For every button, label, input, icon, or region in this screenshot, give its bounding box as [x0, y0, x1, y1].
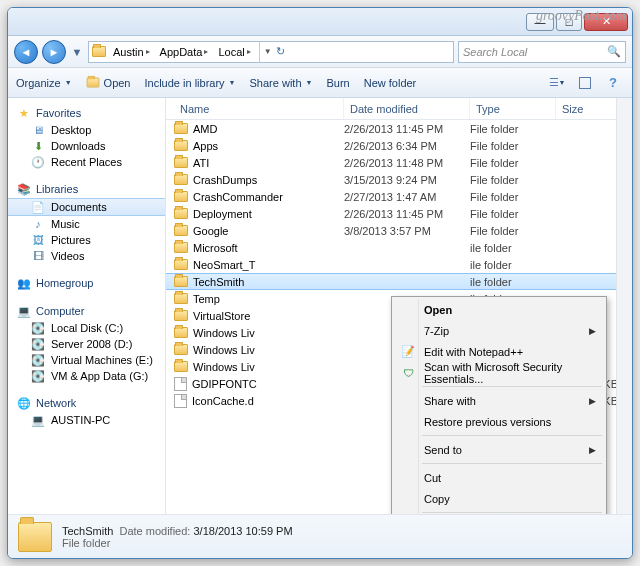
breadcrumb-appdata[interactable]: AppData▸: [156, 46, 213, 58]
folder-icon: [174, 140, 188, 151]
ctx-scan-security[interactable]: 🛡Scan with Microsoft Security Essentials…: [394, 362, 604, 383]
ctx-edit-notepad[interactable]: 📝Edit with Notepad++: [394, 341, 604, 362]
sidebar-item-austin-pc[interactable]: 💻AUSTIN-PC: [8, 412, 165, 428]
breadcrumb-austin[interactable]: Austin▸: [109, 46, 154, 58]
maximize-button[interactable]: □: [556, 13, 582, 31]
sidebar-item-downloads[interactable]: ⬇Downloads: [8, 138, 165, 154]
sidebar-item-music[interactable]: ♪Music: [8, 216, 165, 232]
sidebar-favorites[interactable]: ★Favorites: [8, 104, 165, 122]
file-type: File folder: [470, 208, 556, 220]
col-name[interactable]: Name: [174, 98, 344, 119]
file-name: ATI: [193, 157, 209, 169]
recent-icon: 🕐: [30, 155, 46, 169]
file-row[interactable]: Deployment2/26/2013 11:45 PMFile folder: [166, 205, 632, 222]
videos-icon: 🎞: [30, 249, 46, 263]
back-button[interactable]: ◄: [14, 40, 38, 64]
ctx-open[interactable]: Open: [394, 299, 604, 320]
star-icon: ★: [16, 106, 32, 120]
file-name: GDIPFONTC: [192, 378, 257, 390]
sidebar-item-recent[interactable]: 🕐Recent Places: [8, 154, 165, 170]
col-date[interactable]: Date modified: [344, 98, 470, 119]
file-icon: [174, 377, 187, 391]
ctx-share-with[interactable]: Share with▶: [394, 390, 604, 411]
submenu-arrow-icon: ▶: [589, 326, 596, 336]
view-options-button[interactable]: ☰ ▼: [546, 74, 568, 92]
sidebar-item-drive-e[interactable]: 💽Virtual Machines (E:): [8, 352, 165, 368]
file-name: CrashCommander: [193, 191, 283, 203]
sidebar-item-desktop[interactable]: 🖥Desktop: [8, 122, 165, 138]
preview-pane-button[interactable]: [574, 74, 596, 92]
file-row[interactable]: Google3/8/2013 3:57 PMFile folder: [166, 222, 632, 239]
file-row[interactable]: CrashCommander2/27/2013 1:47 AMFile fold…: [166, 188, 632, 205]
close-button[interactable]: ✕: [584, 13, 628, 31]
sidebar-item-documents[interactable]: 📄Documents: [8, 198, 165, 216]
file-date: 3/8/2013 3:57 PM: [344, 225, 470, 237]
desktop-icon: 🖥: [30, 123, 46, 137]
help-button[interactable]: ?: [602, 74, 624, 92]
folder-icon: [174, 157, 188, 168]
history-dropdown[interactable]: ▼: [70, 41, 84, 63]
file-type: File folder: [470, 174, 556, 186]
file-name: CrashDumps: [193, 174, 257, 186]
separator: [422, 386, 602, 387]
sidebar-item-pictures[interactable]: 🖼Pictures: [8, 232, 165, 248]
file-row[interactable]: Apps2/26/2013 6:34 PMFile folder: [166, 137, 632, 154]
file-row[interactable]: ATI2/26/2013 11:48 PMFile folder: [166, 154, 632, 171]
ctx-cut[interactable]: Cut: [394, 467, 604, 488]
dropdown-icon[interactable]: ▼: [264, 47, 272, 56]
burn-button[interactable]: Burn: [326, 77, 349, 89]
file-date: 2/26/2013 6:34 PM: [344, 140, 470, 152]
ctx-copy[interactable]: Copy: [394, 488, 604, 509]
navbar: ◄ ► ▼ Austin▸ AppData▸ Local▸ ▼ ↻ Search…: [8, 36, 632, 68]
forward-button[interactable]: ►: [42, 40, 66, 64]
file-name: Microsoft: [193, 242, 238, 254]
sidebar-homegroup[interactable]: 👥Homegroup: [8, 274, 165, 292]
search-input[interactable]: Search Local 🔍: [458, 41, 626, 63]
minimize-button[interactable]: —: [526, 13, 554, 31]
sidebar-item-drive-g[interactable]: 💽VM & App Data (G:): [8, 368, 165, 384]
col-type[interactable]: Type: [470, 98, 556, 119]
file-name: IconCache.d: [192, 395, 254, 407]
separator: [422, 435, 602, 436]
folder-icon: [174, 259, 188, 270]
folder-icon: [174, 344, 188, 355]
new-folder-button[interactable]: New folder: [364, 77, 417, 89]
ctx-send-to[interactable]: Send to▶: [394, 439, 604, 460]
folder-icon: [174, 276, 188, 287]
file-name: Windows Liv: [193, 327, 255, 339]
file-row[interactable]: CrashDumps3/15/2013 9:24 PMFile folder: [166, 171, 632, 188]
sidebar-item-drive-c[interactable]: 💽Local Disk (C:): [8, 320, 165, 336]
organize-button[interactable]: Organize ▼: [16, 77, 72, 89]
refresh-icon[interactable]: ↻: [276, 45, 285, 58]
file-name: NeoSmart_T: [193, 259, 255, 271]
file-name: Windows Liv: [193, 361, 255, 373]
file-row[interactable]: Microsoftile folder: [166, 239, 632, 256]
computer-icon: 💻: [16, 304, 32, 318]
folder-icon: [174, 242, 188, 253]
library-icon: 📚: [16, 182, 32, 196]
include-library-button[interactable]: Include in library ▼: [145, 77, 236, 89]
file-row[interactable]: NeoSmart_Tile folder: [166, 256, 632, 273]
drive-icon: 💽: [30, 337, 46, 351]
titlebar: — □ ✕: [8, 8, 632, 36]
address-bar[interactable]: Austin▸ AppData▸ Local▸ ▼ ↻: [88, 41, 454, 63]
breadcrumb-local[interactable]: Local▸: [214, 46, 254, 58]
sidebar-computer[interactable]: 💻Computer: [8, 302, 165, 320]
folder-icon: [174, 361, 188, 372]
file-row[interactable]: TechSmithile folder: [166, 273, 632, 290]
ctx-restore-versions[interactable]: Restore previous versions: [394, 411, 604, 432]
sidebar-item-drive-d[interactable]: 💽Server 2008 (D:): [8, 336, 165, 352]
open-button[interactable]: Open: [86, 77, 131, 89]
file-name: Google: [193, 225, 228, 237]
file-type: File folder: [470, 191, 556, 203]
sidebar-item-videos[interactable]: 🎞Videos: [8, 248, 165, 264]
sidebar-network[interactable]: 🌐Network: [8, 394, 165, 412]
sidebar-libraries[interactable]: 📚Libraries: [8, 180, 165, 198]
vertical-scrollbar[interactable]: [616, 98, 632, 514]
music-icon: ♪: [30, 217, 46, 231]
ctx-7zip[interactable]: 7-Zip▶: [394, 320, 604, 341]
file-date: 3/15/2013 9:24 PM: [344, 174, 470, 186]
file-row[interactable]: AMD2/26/2013 11:45 PMFile folder: [166, 120, 632, 137]
share-with-button[interactable]: Share with ▼: [250, 77, 313, 89]
column-headers: Name Date modified Type Size: [166, 98, 632, 120]
